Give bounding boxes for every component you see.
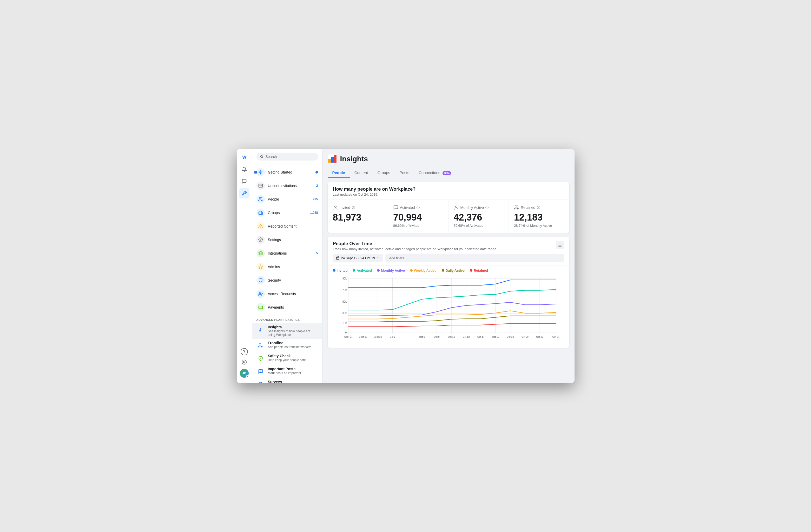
legend-monthly-active[interactable]: Monthly Active xyxy=(377,269,405,272)
safety-check-content: Safety Check Help keep your people safe xyxy=(268,354,306,362)
stat-activated: Activated ⓘ 70,994 86.60% of Invited xyxy=(388,200,448,233)
stat-monthly-value: 42,376 xyxy=(454,212,504,223)
chart-line-invited xyxy=(348,280,556,287)
svg-text:Oct 24: Oct 24 xyxy=(552,335,559,338)
insights-icon xyxy=(257,326,265,334)
stat-monthly-info[interactable]: ⓘ xyxy=(485,205,489,210)
surveys-content: Surveys Ask surveys to your organization xyxy=(268,380,313,383)
tab-people[interactable]: People xyxy=(328,168,350,178)
chart-line-retained xyxy=(348,324,556,327)
nav-item-reported-content[interactable]: Reported Content xyxy=(252,219,322,233)
icon-sidebar: W ? JD xyxy=(237,149,252,383)
stat-retained-info[interactable]: ⓘ xyxy=(537,205,540,210)
user-avatar[interactable]: JD xyxy=(240,369,249,378)
tab-posts[interactable]: Posts xyxy=(395,168,414,178)
legend-weekly-active[interactable]: Weekly Active xyxy=(410,269,437,272)
search-bar xyxy=(252,149,322,163)
nav-item-important-posts[interactable]: Important Posts Mark posts as important xyxy=(252,365,322,378)
svg-point-0 xyxy=(242,360,247,364)
svg-text:Oct 10: Oct 10 xyxy=(448,335,455,338)
admins-icon xyxy=(257,263,265,271)
beta-badge: Beta xyxy=(443,171,452,175)
nav-item-safety-check[interactable]: Safety Check Help keep your people safe xyxy=(252,352,322,365)
search-input[interactable] xyxy=(265,155,314,159)
nav-item-getting-started[interactable]: Getting Started xyxy=(252,166,322,179)
chat-icon[interactable] xyxy=(239,176,249,187)
nav-item-groups[interactable]: Groups 1,088 xyxy=(252,206,322,219)
svg-text:Sept 30: Sept 30 xyxy=(373,335,382,338)
workplace-logo-icon[interactable]: W xyxy=(239,152,249,162)
nav-item-payments[interactable]: Payments xyxy=(252,300,322,314)
svg-text:90k: 90k xyxy=(342,277,347,280)
tab-content[interactable]: Content xyxy=(350,168,373,178)
getting-started-label: Getting Started xyxy=(268,170,312,174)
legend-daily-active[interactable]: Daily Active xyxy=(442,269,464,272)
svg-line-4 xyxy=(262,157,263,158)
legend-retained[interactable]: Retained xyxy=(470,269,488,272)
groups-icon xyxy=(257,208,265,217)
safety-check-desc: Help keep your people safe xyxy=(268,358,306,362)
stat-monthly-subtext: 59.68% of Activated xyxy=(454,224,504,228)
stats-card: How many people are on Workplace? Last u… xyxy=(328,182,569,233)
date-range-label: 24 Sept 19 - 24 Oct 19 xyxy=(341,256,375,260)
stat-activated-info[interactable]: ⓘ xyxy=(416,205,420,210)
svg-text:Oct 8: Oct 8 xyxy=(434,335,440,338)
advanced-section-label: ADVANCED PLAN FEATURES xyxy=(252,314,322,323)
page-title: Insights xyxy=(340,155,368,163)
retained-icon xyxy=(514,205,519,210)
nav-item-surveys[interactable]: Surveys Ask surveys to your organization xyxy=(252,378,322,383)
nav-item-settings[interactable]: Settings xyxy=(252,233,322,247)
payments-icon xyxy=(257,303,265,311)
svg-text:Sept 24: Sept 24 xyxy=(344,335,352,338)
download-button[interactable] xyxy=(556,241,564,249)
svg-marker-10 xyxy=(259,265,262,269)
nav-item-access-requests[interactable]: Access Requests xyxy=(252,287,322,300)
page-header: Insights xyxy=(328,154,569,163)
svg-text:0: 0 xyxy=(345,331,347,334)
stat-retained-label-row: Retained ⓘ xyxy=(514,205,564,210)
stats-card-subtitle: Last updated on Oct 24, 2019. xyxy=(333,192,564,197)
nav-item-people[interactable]: People 975 xyxy=(252,192,322,206)
groups-badge: 1,088 xyxy=(310,211,318,215)
svg-rect-31 xyxy=(331,157,334,162)
svg-text:Oct 12: Oct 12 xyxy=(462,335,470,338)
chart-area: 90k 70k 50k 30k 15k 0 xyxy=(328,272,569,348)
access-requests-label: Access Requests xyxy=(268,292,318,296)
nav-item-insights[interactable]: Insights See insights of how people are … xyxy=(252,323,322,339)
nav-item-security[interactable]: Security xyxy=(252,273,322,287)
tools-icon[interactable] xyxy=(239,188,249,199)
legend-monthly-label: Monthly Active xyxy=(381,269,405,272)
stat-invited: Invited ⓘ 81,973 xyxy=(328,200,388,233)
date-filter-button[interactable]: 24 Sept 19 - 24 Oct 19 xyxy=(333,254,383,262)
nav-item-unsent-invitations[interactable]: Unsent Invitations 2 xyxy=(252,179,322,192)
legend-invited[interactable]: Invited xyxy=(333,269,348,272)
stat-invited-info[interactable]: ⓘ xyxy=(352,205,355,210)
stats-card-header: How many people are on Workplace? Last u… xyxy=(328,182,569,200)
svg-point-34 xyxy=(455,206,457,207)
chevron-down-icon xyxy=(377,256,380,260)
emoji-icon[interactable] xyxy=(239,357,249,367)
tab-groups[interactable]: Groups xyxy=(373,168,395,178)
svg-text:30k: 30k xyxy=(342,312,347,315)
stat-monthly-active: Monthly Active ⓘ 42,376 59.68% of Activa… xyxy=(448,200,509,233)
add-filters-input[interactable] xyxy=(385,254,564,262)
nav-item-integrations[interactable]: Integrations 5 xyxy=(252,247,322,260)
nav-item-admins[interactable]: Admins xyxy=(252,260,322,273)
active-dot xyxy=(255,171,257,173)
svg-text:15k: 15k xyxy=(342,321,347,324)
legend-activated[interactable]: Activated xyxy=(353,269,372,272)
insights-title: Insights xyxy=(268,325,318,329)
search-wrapper[interactable] xyxy=(257,153,318,160)
frontline-title: Frontline xyxy=(268,341,311,345)
notification-dot xyxy=(316,171,318,173)
svg-point-5 xyxy=(259,198,261,199)
nav-item-frontline[interactable]: Frontline Add people as frontline worker… xyxy=(252,339,322,352)
insights-content: Insights See insights of how people are … xyxy=(268,325,318,337)
legend-invited-dot xyxy=(333,269,335,272)
chart-line-monthly-active xyxy=(348,302,556,316)
help-icon[interactable]: ? xyxy=(241,348,248,355)
bell-icon[interactable] xyxy=(239,164,249,175)
frontline-content: Frontline Add people as frontline worker… xyxy=(268,341,311,349)
surveys-icon xyxy=(257,380,265,383)
tab-connections[interactable]: Connections Beta xyxy=(414,168,456,178)
